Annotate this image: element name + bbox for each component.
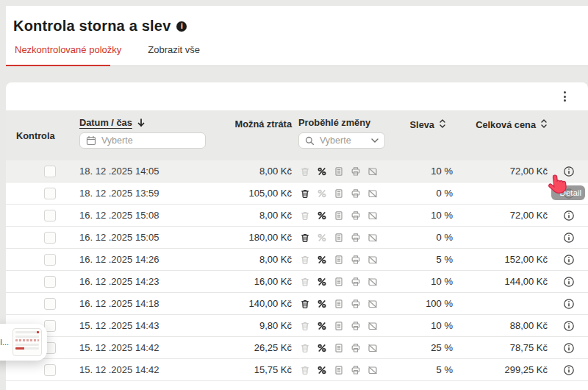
info-icon[interactable] <box>563 210 575 221</box>
red-hand-cursor-icon <box>545 173 570 200</box>
table-row[interactable]: 16. 12 .2025 15:05 180,00 Kč <box>6 227 588 249</box>
no-image-icon[interactable] <box>368 255 378 265</box>
no-image-icon[interactable] <box>368 210 378 221</box>
percent-icon[interactable] <box>317 255 327 265</box>
percent-icon[interactable] <box>317 343 327 353</box>
receipt-icon[interactable] <box>334 255 344 265</box>
printer-icon[interactable] <box>351 299 361 309</box>
printer-icon[interactable] <box>351 188 361 199</box>
table-row[interactable]: 15. 12 .2025 14:42 26,25 Kč <box>6 337 588 359</box>
row-checkbox[interactable] <box>44 298 56 310</box>
no-image-icon[interactable] <box>368 188 378 199</box>
printer-icon[interactable] <box>351 321 361 331</box>
trash-icon[interactable] <box>300 277 310 287</box>
info-icon[interactable] <box>563 320 575 332</box>
printer-icon[interactable] <box>351 233 361 243</box>
no-image-icon[interactable] <box>368 277 378 287</box>
no-image-icon[interactable] <box>368 166 378 177</box>
info-filled-icon[interactable]: i <box>176 21 187 32</box>
receipt-icon[interactable] <box>334 233 344 243</box>
trash-icon[interactable] <box>300 255 310 265</box>
percent-icon[interactable] <box>317 299 327 309</box>
tab-unchecked-items[interactable]: Nezkontrolované položky <box>15 44 121 62</box>
info-icon[interactable] <box>563 364 575 376</box>
row-checkbox[interactable] <box>44 210 56 221</box>
table-row[interactable]: 16. 12 .2025 15:08 8,00 Kč <box>6 205 588 227</box>
printer-icon[interactable] <box>351 343 361 353</box>
row-checkbox[interactable] <box>44 232 56 244</box>
receipt-icon[interactable] <box>334 321 344 331</box>
row-possible-loss: 8,00 Kč <box>206 210 294 221</box>
printer-icon[interactable] <box>351 365 361 375</box>
percent-icon[interactable] <box>317 233 327 243</box>
info-icon[interactable] <box>563 232 575 244</box>
column-header-sleva[interactable]: Sleva <box>410 118 446 131</box>
table-row[interactable]: 16. 12 .2025 14:18 140,00 Kč <box>6 293 588 315</box>
no-image-icon[interactable] <box>368 343 378 353</box>
changes-filter-select[interactable]: Vyberte <box>298 132 385 149</box>
trash-icon[interactable] <box>300 343 310 353</box>
info-icon[interactable] <box>563 342 575 354</box>
row-total-price: 152,00 Kč <box>453 254 549 265</box>
printer-icon[interactable] <box>351 166 361 177</box>
row-total-price: 144,00 Kč <box>453 276 549 287</box>
trash-icon[interactable] <box>300 166 310 177</box>
info-icon[interactable] <box>563 276 575 288</box>
table-row[interactable]: 15. 12 .2025 14:43 9,80 Kč <box>6 315 588 337</box>
receipt-icon[interactable] <box>334 188 344 199</box>
printer-icon[interactable] <box>351 277 361 287</box>
table-header: Kontrola Datum / čas Vyberte Možná ztrát… <box>6 110 588 160</box>
info-icon[interactable] <box>563 254 575 266</box>
column-header-datum[interactable]: Datum / čas <box>79 117 206 128</box>
row-changes-icons <box>294 343 393 353</box>
date-filter-input[interactable]: Vyberte <box>79 132 206 149</box>
row-possible-loss: 26,25 Kč <box>206 342 294 353</box>
no-image-icon[interactable] <box>368 365 378 375</box>
printer-icon[interactable] <box>351 255 361 265</box>
no-image-icon[interactable] <box>368 299 378 309</box>
row-datetime: 15. 12 .2025 14:42 <box>79 364 206 375</box>
row-possible-loss: 9,80 Kč <box>206 320 294 331</box>
no-image-icon[interactable] <box>368 321 378 331</box>
column-header-cena[interactable]: Celková cena <box>476 118 548 131</box>
receipt-icon[interactable] <box>334 365 344 375</box>
row-checkbox[interactable] <box>44 188 56 199</box>
percent-icon[interactable] <box>317 277 327 287</box>
percent-icon[interactable] <box>317 166 327 177</box>
table-row[interactable]: 15. 12 .2025 14:42 15,75 Kč <box>6 359 588 381</box>
receipt-icon[interactable] <box>334 299 344 309</box>
percent-icon[interactable] <box>317 365 327 375</box>
row-checkbox[interactable] <box>44 276 56 288</box>
percent-icon[interactable] <box>317 210 327 221</box>
trash-icon[interactable] <box>300 299 310 309</box>
kebab-menu-icon[interactable] <box>561 88 569 104</box>
row-checkbox[interactable] <box>44 254 56 266</box>
table-row[interactable]: 18. 12 .2025 14:05 8,00 Kč <box>6 160 588 182</box>
row-discount: 10 % <box>393 210 453 221</box>
percent-icon[interactable] <box>317 321 327 331</box>
no-image-icon[interactable] <box>368 233 378 243</box>
trash-icon[interactable] <box>300 210 310 221</box>
tab-show-all[interactable]: Zobrazit vše <box>148 44 200 62</box>
trash-icon[interactable] <box>300 365 310 375</box>
row-checkbox[interactable] <box>44 364 56 376</box>
receipt-icon[interactable] <box>334 343 344 353</box>
trash-icon[interactable] <box>300 233 310 243</box>
info-icon[interactable] <box>563 298 575 310</box>
floating-helper-bubble[interactable]: il... <box>0 324 47 361</box>
row-datetime: 16. 12 .2025 14:18 <box>79 298 206 309</box>
percent-icon[interactable] <box>317 188 327 199</box>
row-discount: 25 % <box>393 342 453 353</box>
table-row[interactable]: 18. 12 .2025 13:59 105,00 Kč <box>6 182 588 205</box>
trash-icon[interactable] <box>300 321 310 331</box>
trash-icon[interactable] <box>300 188 310 199</box>
row-checkbox[interactable] <box>44 166 56 177</box>
receipt-icon[interactable] <box>334 210 344 221</box>
table-row[interactable]: 16. 12 .2025 14:23 16,00 Kč <box>6 271 588 293</box>
receipt-icon[interactable] <box>334 277 344 287</box>
table-row[interactable]: 16. 12 .2025 14:26 8,00 Kč <box>6 249 588 271</box>
sort-updown-icon <box>439 118 446 131</box>
printer-icon[interactable] <box>351 210 361 221</box>
sort-desc-arrow-icon[interactable] <box>137 118 146 128</box>
receipt-icon[interactable] <box>334 166 344 177</box>
